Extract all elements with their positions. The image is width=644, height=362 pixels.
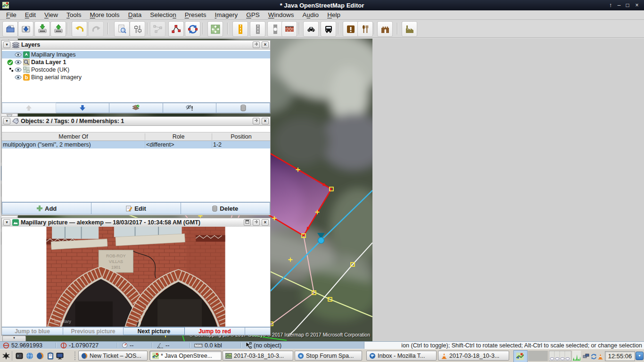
- upload-button[interactable]: [50, 21, 66, 37]
- layer-row-postcode[interactable]: Postcode (UK): [2, 66, 270, 74]
- menu-edit[interactable]: Edit: [21, 11, 40, 19]
- menu-tools[interactable]: Tools: [62, 11, 86, 19]
- mapillary-panel-header[interactable]: ▾ Mapillary picture — alexkemp — 18/03/2…: [2, 218, 270, 227]
- redo-button[interactable]: [88, 21, 104, 37]
- screen-launcher[interactable]: [56, 352, 64, 360]
- detach-icon[interactable]: [244, 219, 251, 226]
- download-button[interactable]: [34, 21, 50, 37]
- task-firefox[interactable]: New Ticket – JOS...: [78, 351, 148, 361]
- merge-layers-icon: [132, 105, 140, 111]
- car-preset-button[interactable]: [303, 21, 319, 37]
- menu-windows[interactable]: Windows: [264, 11, 298, 19]
- objects-panel-header[interactable]: ▾ Objects: 2 / Tags: 0 / Memberships: 1 …: [2, 117, 270, 126]
- layers-panel-header[interactable]: ▾ Layers ×: [2, 41, 270, 49]
- menu-help[interactable]: Help: [323, 11, 345, 19]
- tray-vlc-icon[interactable]: [596, 352, 604, 361]
- menu-file[interactable]: File: [2, 11, 21, 19]
- search-button[interactable]: [114, 21, 130, 37]
- eye-icon[interactable]: [15, 52, 22, 57]
- close-button[interactable]: ×: [633, 1, 641, 9]
- add-tag-button[interactable]: Add: [2, 202, 91, 214]
- task-josm[interactable]: * Java OpenStree...: [149, 351, 222, 361]
- task-vlc[interactable]: 2017-03-18_10-3...: [438, 351, 509, 361]
- open-file-button[interactable]: [2, 21, 18, 37]
- next-picture-button[interactable]: Next picture: [124, 327, 185, 335]
- wall-button[interactable]: [281, 21, 297, 37]
- desktop-menu-button[interactable]: [2, 352, 10, 360]
- layers-panel-title: Layers: [21, 41, 40, 48]
- membership-row[interactable]: multipolygon ("semi", 2 members) <differ…: [2, 141, 270, 148]
- layer-row-mapillary[interactable]: Mapillary Images: [2, 51, 270, 58]
- sticky-icon[interactable]: [253, 41, 260, 48]
- bus-preset-button[interactable]: [321, 21, 336, 37]
- works-preset-button[interactable]: [402, 21, 417, 37]
- close-icon[interactable]: ×: [262, 219, 269, 226]
- menu-presets[interactable]: Presets: [181, 11, 211, 19]
- menu-imagery[interactable]: Imagery: [210, 11, 242, 19]
- road-residential-button[interactable]: [232, 21, 248, 37]
- tray-josm-icon[interactable]: [513, 350, 528, 362]
- clipboard-launcher[interactable]: [46, 352, 55, 360]
- menu-data[interactable]: Data: [124, 11, 146, 19]
- zoom-to-data-button[interactable]: [207, 21, 223, 37]
- firefox-launcher[interactable]: [36, 352, 44, 360]
- delete-tag-button[interactable]: Delete: [181, 202, 270, 214]
- terminal-launcher[interactable]: [15, 352, 24, 360]
- preferences-button[interactable]: [130, 21, 145, 37]
- menu-gps[interactable]: GPS: [242, 11, 264, 19]
- longitude-icon: [60, 342, 67, 349]
- column-role[interactable]: Role: [145, 133, 212, 140]
- layer-move-down-button[interactable]: [56, 103, 110, 113]
- emergency-preset-button[interactable]: [343, 21, 358, 37]
- menu-audio[interactable]: Audio: [298, 11, 323, 19]
- collapse-icon[interactable]: ▾: [3, 41, 10, 48]
- menu-selection[interactable]: Selection: [146, 11, 181, 19]
- minimize-button[interactable]: –: [615, 1, 623, 9]
- collapse-icon[interactable]: ▾: [3, 118, 10, 124]
- undo-icon: [74, 24, 85, 34]
- restaurant-preset-button[interactable]: [357, 21, 373, 37]
- tray-pager[interactable]: [549, 351, 571, 361]
- sticky-icon[interactable]: [253, 219, 260, 226]
- task-thunderbird[interactable]: Inbox - Mozilla T...: [366, 351, 437, 361]
- tray-collapse-button[interactable]: ▼: [636, 352, 644, 360]
- update-data-button[interactable]: [185, 21, 200, 37]
- title-bar[interactable]: * Java OpenStreetMap Editor ↑ – □ ×: [0, 0, 644, 10]
- castle-preset-button[interactable]: [377, 21, 393, 37]
- layer-row-bing[interactable]: b Bing aerial imagery: [2, 74, 270, 81]
- task-image-viewer[interactable]: 2017-03-18_10-3...: [223, 351, 293, 361]
- layer-visibility-button[interactable]: [163, 103, 217, 113]
- eye-icon[interactable]: [15, 67, 22, 72]
- mapillary-photo-marker[interactable]: [318, 238, 324, 244]
- layer-row-data[interactable]: Data Layer 1: [2, 58, 270, 66]
- close-icon[interactable]: ×: [262, 41, 269, 48]
- menu-more-tools[interactable]: More tools: [86, 11, 124, 19]
- edit-way-button[interactable]: [168, 21, 184, 37]
- layer-move-up-button[interactable]: [2, 103, 56, 113]
- unglue-ways-button[interactable]: [150, 21, 165, 37]
- save-button[interactable]: [18, 21, 33, 37]
- delete-layer-button[interactable]: [216, 103, 270, 113]
- previous-picture-button[interactable]: Previous picture: [63, 327, 124, 335]
- edit-tag-button[interactable]: Edit: [91, 202, 181, 214]
- jump-to-blue-button[interactable]: Jump to blue: [2, 327, 63, 335]
- sticky-icon[interactable]: [253, 118, 260, 124]
- task-stop-forum-spam[interactable]: Stop Forum Spa...: [295, 351, 362, 361]
- menu-view[interactable]: View: [40, 11, 62, 19]
- jump-to-red-button[interactable]: Jump to red: [185, 327, 245, 335]
- shade-button[interactable]: ↑: [606, 1, 615, 9]
- photo-viewport[interactable]: ROB-ROY VILLAS 1901: [2, 227, 270, 327]
- eye-icon[interactable]: [15, 75, 22, 80]
- maximize-button[interactable]: □: [623, 1, 632, 9]
- undo-button[interactable]: [72, 21, 87, 37]
- tray-clock[interactable]: 12:55:06: [605, 351, 635, 361]
- road-unclassified-button[interactable]: [250, 21, 265, 37]
- browser-launcher[interactable]: [25, 352, 34, 360]
- column-position[interactable]: Position: [212, 133, 270, 140]
- close-icon[interactable]: ×: [262, 118, 269, 124]
- road-oneway-button[interactable]: [267, 21, 283, 37]
- eye-icon[interactable]: [15, 60, 22, 65]
- column-member-of[interactable]: Member Of: [2, 133, 145, 140]
- collapse-icon[interactable]: ▾: [3, 219, 10, 226]
- merge-layer-button[interactable]: [109, 103, 163, 113]
